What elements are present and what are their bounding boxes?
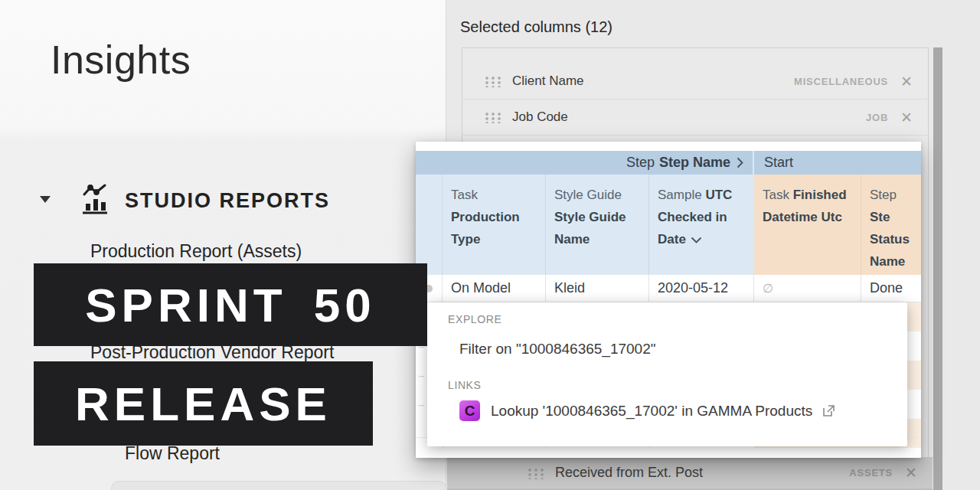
sidebar-item-production-report[interactable]: Production Report (Assets) bbox=[90, 241, 302, 262]
column-label: Client Name bbox=[512, 74, 584, 89]
table-top-strip bbox=[416, 142, 921, 151]
cell-style-guide-name[interactable]: Kleid bbox=[546, 275, 649, 302]
cell-finished-datetime[interactable]: ∅ bbox=[754, 275, 861, 302]
drag-handle-icon[interactable] bbox=[527, 467, 544, 479]
vertical-scrollbar[interactable] bbox=[933, 47, 942, 490]
header-finished-datetime-utc[interactable]: Task Finished Datetime Utc bbox=[754, 175, 861, 275]
sort-chevron-down-icon[interactable] bbox=[691, 237, 702, 243]
column-label: Received from Ext. Post bbox=[555, 465, 703, 481]
column-row-job-code[interactable]: Job Code JOB bbox=[462, 100, 928, 136]
gutter-header-cell bbox=[416, 175, 443, 275]
chevron-right-icon bbox=[737, 157, 743, 168]
sprint-banner: SPRINT 50 bbox=[34, 263, 427, 346]
sidebar-item-flow-report[interactable]: Flow Report bbox=[125, 443, 220, 464]
header-bold-text: Ste Status Name bbox=[870, 210, 910, 269]
group-header-light-text: Step bbox=[626, 155, 655, 171]
sidebar-section-studio-reports[interactable]: STUDIO REPORTS bbox=[125, 189, 330, 213]
insights-chart-icon bbox=[78, 182, 113, 217]
header-bold-text: Style Guide Name bbox=[554, 210, 626, 247]
menu-item-lookup[interactable]: C Lookup '1000846365_17002' in GAMMA Pro… bbox=[459, 400, 835, 421]
menu-item-lookup-label: Lookup '1000846365_17002' in GAMMA Produ… bbox=[491, 403, 812, 420]
external-link-icon bbox=[822, 404, 835, 417]
gamma-products-icon: C bbox=[459, 400, 480, 421]
header-light-text: Task bbox=[763, 188, 789, 202]
page-title: Insights bbox=[51, 37, 191, 83]
column-category-tag: ASSETS bbox=[849, 467, 893, 479]
column-label: Job Code bbox=[512, 109, 568, 125]
table-group-header: Step Step Name Start bbox=[416, 151, 921, 175]
column-category-tag: JOB bbox=[866, 112, 888, 123]
column-row-client-name[interactable]: Client Name MISCELLANEOUS bbox=[462, 64, 928, 100]
header-utc-checked-in-date[interactable]: Sample UTC Checked in Date bbox=[649, 175, 754, 275]
release-banner: RELEASE bbox=[34, 361, 373, 446]
cell-checked-in-date[interactable]: 2020-05-12 bbox=[649, 275, 754, 302]
drag-handle-icon[interactable] bbox=[484, 75, 501, 87]
explore-section-label: EXPLORE bbox=[448, 313, 501, 325]
header-light-text: Sample bbox=[658, 188, 702, 202]
cell-status-name[interactable]: Done bbox=[861, 275, 921, 302]
group-header-bold-text: Step Name bbox=[659, 155, 730, 171]
header-light-text: Step bbox=[870, 188, 897, 202]
bottom-card-edge bbox=[111, 481, 446, 490]
cell-production-type[interactable]: On Model bbox=[443, 275, 546, 302]
chevron-down-icon[interactable] bbox=[40, 196, 51, 203]
header-light-text: Task bbox=[451, 188, 478, 202]
header-style-guide-name[interactable]: Style Guide Style Guide Name bbox=[546, 175, 649, 275]
cell-context-menu: EXPLORE Filter on "1000846365_17002" LIN… bbox=[427, 302, 907, 446]
group-header-start[interactable]: Start bbox=[754, 151, 921, 175]
close-icon[interactable] bbox=[900, 74, 913, 89]
group-header-step[interactable]: Step Step Name bbox=[416, 151, 754, 175]
close-icon[interactable] bbox=[905, 466, 917, 480]
header-production-type[interactable]: Task Production Type bbox=[443, 175, 546, 275]
column-category-tag: MISCELLANEOUS bbox=[794, 76, 888, 87]
drag-handle-icon[interactable] bbox=[484, 111, 501, 123]
links-section-label: LINKS bbox=[448, 379, 481, 391]
table-column-headers: Task Production Type Style Guide Style G… bbox=[416, 175, 921, 275]
menu-item-filter[interactable]: Filter on "1000846365_17002" bbox=[459, 341, 655, 358]
header-step-status-name[interactable]: Step Ste Status Name bbox=[861, 175, 921, 275]
header-bold-text: Production Type bbox=[451, 210, 520, 247]
close-icon[interactable] bbox=[900, 110, 913, 125]
column-row-received-from-ext-post[interactable]: Received from Ext. Post ASSETS bbox=[447, 457, 933, 490]
table-row[interactable]: On Model Kleid 2020-05-12 ∅ Done bbox=[416, 275, 921, 302]
selected-columns-title: Selected columns (12) bbox=[460, 18, 612, 36]
header-light-text: Style Guide bbox=[554, 188, 622, 202]
